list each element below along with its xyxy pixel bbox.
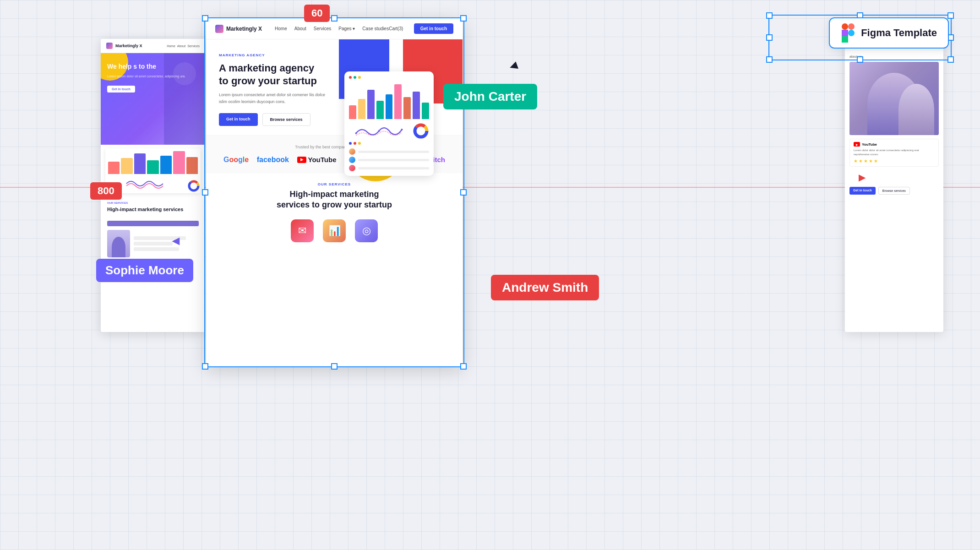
mf-cart[interactable]: Cart(3) xyxy=(389,26,403,31)
mf-bar-8 xyxy=(413,92,420,119)
right-preview-frame: Marketingly X Home Pages Case Cart Get i… xyxy=(845,39,943,332)
mf-chart-area xyxy=(349,82,429,119)
mf-bar-4 xyxy=(376,101,384,119)
mf-bar-5 xyxy=(386,94,393,119)
measure-badge-top: 60 xyxy=(304,5,330,22)
mf-bar-3 xyxy=(367,90,375,119)
mf-get-in-touch-btn[interactable]: Get in touch xyxy=(414,23,453,34)
rp-btns: Get in touch Browse services xyxy=(849,187,939,195)
mf-hero: MARKETING AGENCY A marketing agency to g… xyxy=(206,39,463,135)
rp-yt-section: ▶ YouTube Lorem dolor dolor sit amet con… xyxy=(849,139,939,167)
svg-point-10 xyxy=(378,130,380,132)
rp-stars: ★ ★ ★ ★ ★ xyxy=(854,158,935,163)
youtube-icon: ▶ xyxy=(297,157,306,163)
lp-bar-1 xyxy=(108,162,120,174)
mf-agency-label: MARKETING AGENCY xyxy=(219,53,331,57)
lp-bar-3 xyxy=(134,153,146,174)
mf-dashboard-card xyxy=(344,71,434,176)
lp-person-row xyxy=(107,230,199,257)
arrow-cursor-right-top: ◄ xyxy=(505,58,522,74)
mf-nav-home[interactable]: Home xyxy=(275,26,287,31)
measure-badge-left: 800 xyxy=(90,182,122,200)
lp-bar-4 xyxy=(147,160,158,174)
svg-rect-2 xyxy=(842,30,848,36)
mf-profile-rows xyxy=(349,148,429,171)
lp-bar-2 xyxy=(121,158,132,174)
legend-dot-red xyxy=(354,142,356,145)
rp-star-3: ★ xyxy=(864,158,868,163)
mf-dot-red xyxy=(349,76,352,79)
lp-hero-title: We help s to the xyxy=(107,62,199,71)
lp-logo-icon xyxy=(106,43,113,49)
svg-rect-1 xyxy=(848,23,855,30)
rp-content: about us ▶ YouTube Lorem dolor dolor sit… xyxy=(845,50,943,199)
arrow-cursor-left: ◄ xyxy=(169,234,182,247)
rp-yt-desc: Lorem dolor dolor sit amet consectetur a… xyxy=(854,148,935,157)
lp-rect-placeholder xyxy=(107,221,199,226)
mf-svc-title: High-impact marketing services to grow y… xyxy=(219,189,450,211)
mf-hero-btns: Get in touch Browse services xyxy=(219,113,331,126)
mf-nav: Marketingly X Home About Services Pages … xyxy=(206,18,463,39)
rp-yt-icon: ▶ xyxy=(854,142,860,147)
rp-person-2 xyxy=(898,84,934,135)
mf-nav-services[interactable]: Services xyxy=(314,26,331,31)
lp-person-info xyxy=(134,236,199,251)
mf-wave-chart xyxy=(349,124,409,138)
figma-template-badge: Figma Template xyxy=(829,17,949,49)
lp-nav-links: Home About Services xyxy=(167,44,200,48)
lp-nav-home: Home xyxy=(167,44,175,48)
legend-dot-yellow xyxy=(358,142,361,145)
svg-rect-0 xyxy=(842,23,848,30)
rp-star-4: ★ xyxy=(869,158,873,163)
main-frame: Marketingly X Home About Services Pages … xyxy=(206,18,463,366)
mf-logo: Marketingly X xyxy=(215,25,262,33)
lp-bar-6 xyxy=(173,151,185,174)
mf-get-in-touch-hero-btn[interactable]: Get in touch xyxy=(219,113,258,126)
mf-hero-para: Lorem ipsum consectetur amet dolor sit c… xyxy=(219,92,331,106)
lp-hero: We help s to the Lorem ipsum dolor sit a… xyxy=(101,53,205,145)
lp-nav: Marketingly X Home About Services xyxy=(101,39,205,53)
mf-bar-9 xyxy=(422,103,429,119)
rp-star-2: ★ xyxy=(859,158,863,163)
mf-profile-row-3 xyxy=(349,165,429,171)
mf-brand-name: Marketingly X xyxy=(226,26,262,32)
lp-hero-text: We help s to the Lorem ipsum dolor sit a… xyxy=(107,62,199,93)
mf-hero-right xyxy=(340,53,450,126)
svc-icon-3: ◎ xyxy=(355,219,378,242)
mf-bar-6 xyxy=(394,84,402,119)
rp-yt-header: ▶ YouTube xyxy=(854,142,935,147)
rp-browse-services-btn[interactable]: Browse services xyxy=(878,187,910,195)
lp-section2: OUR SERVICES High-impact marketing servi… xyxy=(101,197,205,217)
figma-badge-label: Figma Template xyxy=(861,27,937,39)
lp-person-silhouette xyxy=(112,237,125,257)
svc-icon-2: 📊 xyxy=(323,219,346,242)
mf-bar-2 xyxy=(358,99,365,119)
avatar-3 xyxy=(349,165,355,171)
mf-profile-row-1 xyxy=(349,148,429,155)
andrew-smith-label: Andrew Smith xyxy=(491,275,599,300)
mf-browse-services-btn[interactable]: Browse services xyxy=(262,113,310,126)
rp-get-in-touch-btn[interactable]: Get in touch xyxy=(849,187,876,195)
rp-cursor-icon: ▶ xyxy=(859,172,866,183)
profile-bar-2 xyxy=(358,159,429,161)
mf-nav-pages[interactable]: Pages ▾ xyxy=(338,26,355,31)
svg-rect-4 xyxy=(842,36,848,43)
mf-hero-left: MARKETING AGENCY A marketing agency to g… xyxy=(219,53,331,126)
svg-point-9 xyxy=(355,132,357,134)
lp-person-img xyxy=(107,230,130,257)
mf-bar-7 xyxy=(403,97,411,119)
rp-star-5: ★ xyxy=(874,158,878,163)
mf-dc-topbar xyxy=(349,76,429,79)
rp-yt-title: YouTube xyxy=(862,142,877,147)
rp-photo xyxy=(849,62,939,135)
avatar-2 xyxy=(349,157,355,163)
legend-dot-blue xyxy=(349,142,352,145)
svc-icon-1: ✉ xyxy=(291,219,314,242)
lp-nav-about: About xyxy=(177,44,185,48)
mf-nav-about[interactable]: About xyxy=(294,26,306,31)
mf-nav-case[interactable]: Case studies xyxy=(362,26,389,31)
rp-star-1: ★ xyxy=(854,158,858,163)
lp-hero-btn[interactable]: Get in touch xyxy=(107,86,135,93)
lp-hero-sub: Lorem ipsum dolor sit amet consectetur, … xyxy=(107,74,199,79)
svg-point-11 xyxy=(401,129,403,131)
